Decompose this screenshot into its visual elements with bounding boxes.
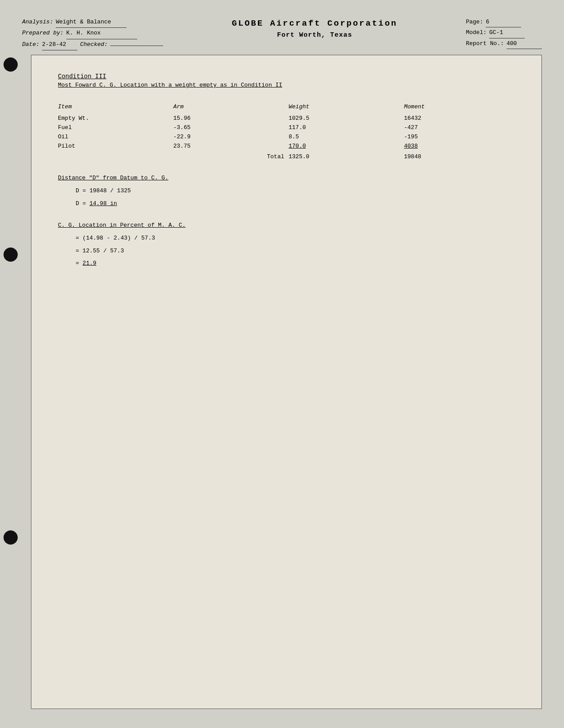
date-label: Date:: [22, 39, 39, 50]
cell-moment: -195: [404, 132, 519, 141]
total-moment: 19848: [404, 151, 519, 161]
table-row: Empty Wt. 15.96 1029.5 16432: [58, 114, 519, 123]
total-label-cell: [58, 151, 173, 161]
circle-marker-bottom: [4, 530, 18, 545]
report-label: Report No.:: [466, 38, 504, 49]
model-value: GC-1: [489, 27, 525, 38]
distance-eq2-text: D = 14.98 in: [76, 200, 117, 207]
company-name: GLOBE Aircraft Corporation: [232, 17, 397, 30]
checked-value: [110, 45, 163, 46]
cg-section: C. G. Location in Percent of M. A. C. = …: [58, 222, 519, 268]
prepared-label: Prepared by:: [22, 28, 64, 38]
table-row: Pilot 23.75 170.0 4038: [58, 141, 519, 151]
cell-moment: 4038: [404, 141, 519, 151]
distance-title: Distance "D" from Datum to C. G.: [58, 175, 519, 181]
table-total-row: Total 1325.0 19848: [58, 151, 519, 161]
cell-arm: -3.65: [173, 123, 289, 132]
table-row: Fuel -3.65 117.0 -427: [58, 123, 519, 132]
cell-arm: 15.96: [173, 114, 289, 123]
cell-arm: 23.75: [173, 141, 289, 151]
prepared-value: K. H. Knox: [66, 28, 137, 39]
cg-eq2: = 12.55 / 57.3: [76, 247, 519, 256]
cg-result: 21.9: [83, 260, 96, 267]
condition-title: Condition III: [58, 73, 519, 80]
table-row: Oil -22.9 8.5 -195: [58, 132, 519, 141]
col-header-item: Item: [58, 102, 173, 114]
report-value: 400: [506, 38, 542, 49]
circle-marker-middle: [4, 248, 18, 262]
cell-arm: -22.9: [173, 132, 289, 141]
cg-eq1: = (14.98 - 2.43) / 57.3: [76, 234, 519, 243]
total-label: Total: [173, 151, 289, 161]
page-header: Analysis: Weight & Balance Prepared by: …: [9, 9, 555, 55]
col-header-arm: Arm: [173, 102, 289, 114]
col-header-moment: Moment: [404, 102, 519, 114]
distance-result: 14.98 in: [89, 200, 117, 207]
analysis-value: Weight & Balance: [56, 17, 127, 28]
cell-item: Fuel: [58, 123, 173, 132]
date-value: 2-28-42: [42, 39, 77, 50]
cell-weight: 8.5: [289, 132, 404, 141]
distance-eq2: D = 14.98 in: [76, 199, 519, 209]
total-weight: 1325.0: [289, 151, 404, 161]
header-right: Page: 6 Model: GC-1 Report No.: 400: [466, 17, 542, 49]
cg-eq3: = 21.9: [76, 259, 519, 268]
page-value: 6: [486, 17, 521, 27]
cell-item: Oil: [58, 132, 173, 141]
cell-weight: 1029.5: [289, 114, 404, 123]
header-center: GLOBE Aircraft Corporation Fort Worth, T…: [232, 17, 397, 41]
header-left: Analysis: Weight & Balance Prepared by: …: [22, 17, 163, 50]
model-label: Model:: [466, 27, 487, 38]
cell-weight: 117.0: [289, 123, 404, 132]
analysis-label: Analysis:: [22, 17, 53, 27]
table-header-row: Item Arm Weight Moment: [58, 102, 519, 114]
page-background: Analysis: Weight & Balance Prepared by: …: [0, 0, 564, 728]
distance-section: Distance "D" from Datum to C. G. D = 198…: [58, 175, 519, 209]
cell-item: Pilot: [58, 141, 173, 151]
checked-label: Checked:: [80, 39, 107, 50]
data-table: Item Arm Weight Moment Empty Wt. 15.96 1…: [58, 102, 519, 161]
distance-eq1: D = 19848 / 1325: [76, 187, 519, 196]
document-box: Condition III Most Foward C. G. Location…: [31, 55, 542, 709]
page-label: Page:: [466, 17, 483, 27]
cell-weight: 170.0: [289, 141, 404, 151]
cell-item: Empty Wt.: [58, 114, 173, 123]
cell-moment: 16432: [404, 114, 519, 123]
circle-marker-top: [4, 57, 18, 72]
col-header-weight: Weight: [289, 102, 404, 114]
cell-moment: -427: [404, 123, 519, 132]
cg-title: C. G. Location in Percent of M. A. C.: [58, 222, 519, 229]
condition-subtitle: Most Foward C. G. Location with a weight…: [58, 82, 519, 88]
company-location: Fort Worth, Texas: [232, 30, 397, 41]
